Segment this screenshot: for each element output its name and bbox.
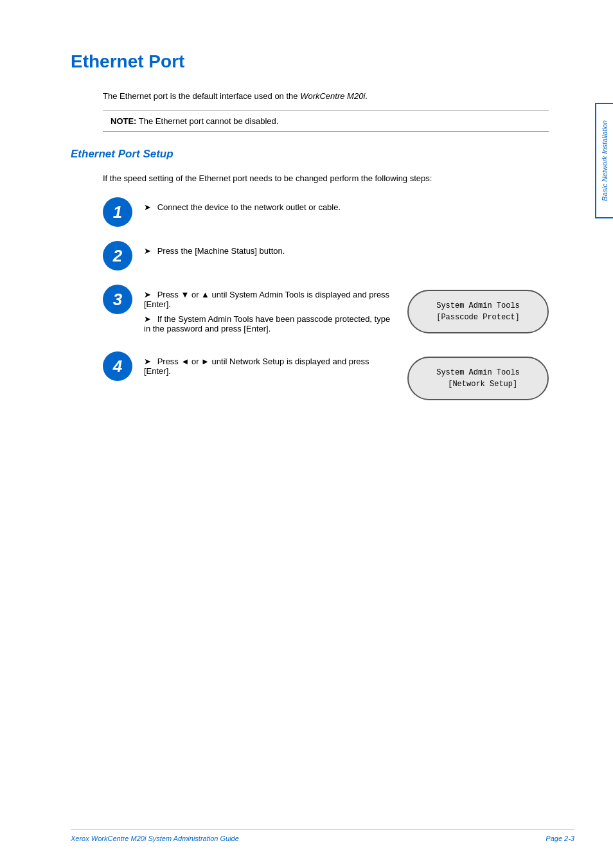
step-3: 3 ➤ Press ▼ or ▲ until System Admin Tool… — [103, 283, 549, 337]
lcd-3-line2: [Passcode Protect] — [436, 313, 520, 322]
side-tab: Basic Network Installation — [595, 103, 613, 218]
step-3-text-1: Press ▼ or ▲ until System Admin Tools is… — [144, 290, 389, 309]
step-4-left: 4 ➤ Press ◄ or ► until Network Setup is … — [103, 350, 395, 381]
step-3-left: 3 ➤ Press ▼ or ▲ until System Admin Tool… — [103, 283, 395, 337]
step-4-number: 4 — [103, 351, 132, 381]
step-4-line-1: ➤ Press ◄ or ► until Network Setup is di… — [144, 357, 395, 376]
intro-text-before: The Ethernet port is the default interfa… — [103, 91, 300, 101]
lcd-4-line1: System Admin Tools — [436, 368, 520, 377]
step-1-number: 1 — [103, 197, 132, 227]
note-text: The Ethernet port cannot be disabled. — [136, 116, 278, 126]
content-area: The Ethernet port is the default interfa… — [103, 91, 549, 400]
steps-intro: If the speed setting of the Ethernet por… — [103, 173, 549, 183]
note-box: NOTE: The Ethernet port cannot be disabl… — [103, 111, 549, 132]
step-3-line-1: ➤ Press ▼ or ▲ until System Admin Tools … — [144, 290, 395, 309]
lcd-panel-4: System Admin Tools [Network Setup] — [407, 357, 549, 400]
arrow-icon-3a: ➤ — [144, 290, 151, 299]
arrow-icon-4: ➤ — [144, 357, 151, 366]
arrow-icon-1: ➤ — [144, 202, 151, 212]
step-3-numeral: 3 — [113, 290, 122, 310]
step-3-text-2: If the System Admin Tools have been pass… — [144, 314, 390, 333]
step-2-numeral: 2 — [113, 246, 122, 266]
step-4-numeral: 4 — [113, 357, 122, 376]
intro-text-after: . — [365, 91, 368, 101]
step-1-content: ➤ Connect the device to the network outl… — [144, 196, 549, 216]
product-name: WorkCentre M20i — [300, 91, 365, 101]
step-2-number: 2 — [103, 241, 132, 270]
page-title: Ethernet Port — [71, 51, 549, 72]
step-1: 1 ➤ Connect the device to the network ou… — [103, 196, 549, 227]
step-3-line-2: ➤ If the System Admin Tools have been pa… — [144, 314, 395, 333]
page-container: Basic Network Installation Ethernet Port… — [0, 0, 613, 868]
footer-right: Page 2-3 — [546, 835, 574, 842]
step-4-content: ➤ Press ◄ or ► until Network Setup is di… — [144, 350, 395, 380]
step-1-numeral: 1 — [113, 202, 122, 222]
note-label: NOTE: — [111, 116, 136, 126]
step-2-text: Press the [Machine Status] button. — [157, 246, 285, 256]
step-4-text: Press ◄ or ► until Network Setup is disp… — [144, 357, 369, 376]
step-2-content: ➤ Press the [Machine Status] button. — [144, 240, 549, 260]
arrow-icon-2: ➤ — [144, 246, 151, 256]
footer-left: Xerox WorkCentre M20i System Administrat… — [71, 835, 239, 842]
lcd-panel-3: System Admin Tools [Passcode Protect] — [407, 290, 549, 333]
step-4: 4 ➤ Press ◄ or ► until Network Setup is … — [103, 350, 549, 400]
step-2-line-1: ➤ Press the [Machine Status] button. — [144, 246, 549, 256]
step-3-content: ➤ Press ▼ or ▲ until System Admin Tools … — [144, 283, 395, 337]
section-title: Ethernet Port Setup — [71, 148, 549, 161]
lcd-3-line1: System Admin Tools — [436, 301, 520, 310]
step-1-line-1: ➤ Connect the device to the network outl… — [144, 202, 549, 212]
step-3-number: 3 — [103, 285, 132, 314]
step-4-panel: System Admin Tools [Network Setup] — [407, 357, 549, 400]
step-1-text: Connect the device to the network outlet… — [157, 202, 341, 212]
step-2: 2 ➤ Press the [Machine Status] button. — [103, 240, 549, 270]
arrow-icon-3b: ➤ — [144, 314, 151, 324]
lcd-4-line2: [Network Setup] — [439, 380, 517, 389]
side-tab-label: Basic Network Installation — [601, 120, 609, 201]
footer: Xerox WorkCentre M20i System Administrat… — [71, 829, 574, 842]
step-3-panel: System Admin Tools [Passcode Protect] — [407, 290, 549, 333]
intro-paragraph: The Ethernet port is the default interfa… — [103, 91, 549, 101]
